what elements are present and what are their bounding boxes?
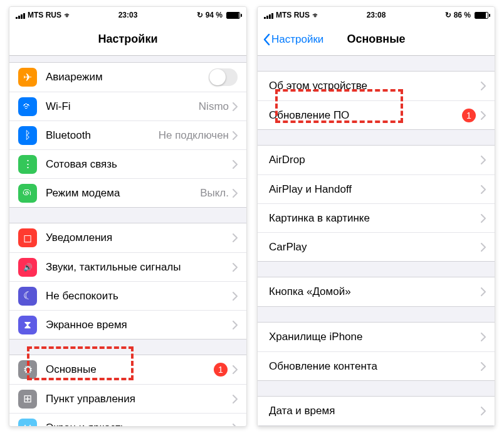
settings-row-dnd-icon[interactable]: ☾Не беспокоить: [9, 281, 246, 310]
general-icon: ⚙: [18, 360, 37, 379]
wifi-icon: ᯤ: [312, 11, 320, 20]
settings-row-general-icon[interactable]: ⚙Основные1: [9, 355, 246, 384]
signal-icon: [16, 12, 25, 19]
settings-row-display-icon[interactable]: AAЭкран и яркость: [9, 413, 246, 427]
chevron-right-icon: [233, 160, 238, 169]
settings-row-screentime-icon[interactable]: ⧗Экранное время: [9, 310, 246, 339]
battery-pct: 86 %: [454, 11, 471, 19]
toggle-switch[interactable]: [209, 68, 238, 86]
dnd-icon: ☾: [18, 287, 37, 306]
settings-row-airplane-icon[interactable]: ✈Авиарежим: [9, 63, 246, 92]
chevron-right-icon: [233, 321, 238, 329]
badge: 1: [462, 109, 476, 122]
chevron-right-icon: [233, 263, 238, 272]
control-icon: ⊞: [18, 390, 37, 409]
battery-icon: [475, 12, 488, 19]
settings-row-wifi-icon[interactable]: ᯤWi-FiNismo: [9, 92, 246, 120]
general-group-4: Хранилище iPhoneОбновление контента: [258, 322, 495, 381]
row-label: Пункт управления: [46, 393, 233, 405]
battery-pct: 94 %: [206, 11, 223, 19]
nav-header-right: Настройки Основные: [258, 23, 495, 56]
row-label: Картинка в картинке: [269, 212, 481, 225]
clock-label: 23:03: [118, 11, 138, 19]
chevron-right-icon: [233, 102, 238, 111]
general-group-5: Дата и время: [258, 396, 495, 426]
page-title: Основные: [347, 33, 405, 46]
chevron-right-icon: [481, 82, 486, 90]
settings-row-control-icon[interactable]: ⊞Пункт управления: [9, 384, 246, 413]
row-value: Не подключен: [159, 129, 229, 142]
settings-row-notifications-icon[interactable]: ◻Уведомления: [9, 223, 246, 252]
row-label: Режим модема: [46, 187, 200, 200]
settings-row-cellular-icon[interactable]: ⋮Сотовая связь: [9, 149, 246, 178]
row-value: Выкл.: [200, 187, 229, 200]
status-bar-right: MTS RUS ᯤ 23:08 ↻ 86 %: [258, 7, 495, 23]
bluetooth-icon: ᛒ: [18, 126, 37, 145]
general-row[interactable]: AirPlay и Handoff: [258, 174, 495, 203]
wifi-icon: ᯤ: [64, 11, 72, 20]
chevron-right-icon: [481, 362, 486, 371]
row-label: Звуки, тактильные сигналы: [46, 261, 233, 274]
chevron-right-icon: [481, 287, 486, 296]
settings-group-3: ⚙Основные1⊞Пункт управленияAAЭкран и ярк…: [9, 355, 246, 427]
row-label: Хранилище iPhone: [269, 331, 481, 343]
general-row[interactable]: Обновление ПО1: [258, 100, 495, 129]
chevron-right-icon: [481, 156, 486, 164]
row-label: AirPlay и Handoff: [269, 183, 481, 196]
display-icon: AA: [18, 419, 37, 427]
row-label: AirDrop: [269, 154, 481, 166]
nav-header-left: Настройки: [9, 23, 246, 56]
chevron-right-icon: [481, 214, 486, 223]
settings-group-1: ✈АвиарежимᯤWi-FiNismoᛒBluetoothНе подклю…: [9, 62, 246, 208]
general-row[interactable]: Дата и время: [258, 397, 495, 425]
chevron-right-icon: [233, 233, 238, 242]
chevron-right-icon: [481, 333, 486, 341]
general-group-3: Кнопка «Домой»: [258, 277, 495, 307]
settings-group-2: ◻Уведомления🔊Звуки, тактильные сигналы☾Н…: [9, 223, 246, 339]
chevron-right-icon: [233, 292, 238, 301]
general-group-2: AirDropAirPlay и HandoffКартинка в карти…: [258, 145, 495, 262]
notifications-icon: ◻: [18, 228, 37, 247]
general-row[interactable]: Кнопка «Домой»: [258, 277, 495, 306]
row-label: Кнопка «Домой»: [269, 286, 481, 298]
carrier-label: MTS RUS: [276, 11, 310, 19]
chevron-right-icon: [233, 131, 238, 140]
row-value: Nismo: [199, 100, 229, 113]
row-label: Дата и время: [269, 405, 481, 417]
settings-row-hotspot-icon[interactable]: ෧Режим модемаВыкл.: [9, 178, 246, 207]
row-label: Обновление ПО: [269, 109, 462, 122]
recharge-icon: ↻: [197, 11, 203, 19]
recharge-icon: ↻: [445, 11, 451, 19]
wifi-icon: ᯤ: [18, 97, 37, 116]
chevron-right-icon: [233, 365, 238, 374]
row-label: Bluetooth: [46, 129, 159, 142]
general-row[interactable]: CarPlay: [258, 232, 495, 261]
chevron-right-icon: [481, 185, 486, 194]
row-label: Wi-Fi: [46, 100, 199, 113]
chevron-right-icon: [481, 407, 486, 415]
hotspot-icon: ෧: [18, 184, 37, 203]
settings-row-bluetooth-icon[interactable]: ᛒBluetoothНе подключен: [9, 120, 246, 149]
page-title: Настройки: [98, 33, 158, 46]
general-row[interactable]: Хранилище iPhone: [258, 323, 495, 351]
general-row[interactable]: Картинка в картинке: [258, 203, 495, 232]
settings-row-sounds-icon[interactable]: 🔊Звуки, тактильные сигналы: [9, 252, 246, 281]
chevron-right-icon: [481, 111, 486, 120]
general-row[interactable]: Об этом устройстве: [258, 72, 495, 100]
row-label: Экран и яркость: [46, 422, 233, 427]
chevron-right-icon: [233, 189, 238, 198]
row-label: Экранное время: [46, 319, 233, 331]
row-label: CarPlay: [269, 241, 481, 254]
back-button[interactable]: Настройки: [263, 33, 323, 46]
clock-label: 23:08: [367, 11, 386, 19]
row-label: Обновление контента: [269, 360, 481, 373]
row-label: Сотовая связь: [46, 158, 233, 171]
general-row[interactable]: Обновление контента: [258, 351, 495, 380]
status-bar-left: MTS RUS ᯤ 23:03 ↻ 94 %: [9, 7, 246, 23]
battery-icon: [226, 12, 240, 19]
badge: 1: [214, 363, 228, 377]
row-label: Не беспокоить: [46, 290, 233, 302]
chevron-right-icon: [233, 424, 238, 427]
back-label: Настройки: [271, 33, 323, 46]
general-row[interactable]: AirDrop: [258, 146, 495, 174]
